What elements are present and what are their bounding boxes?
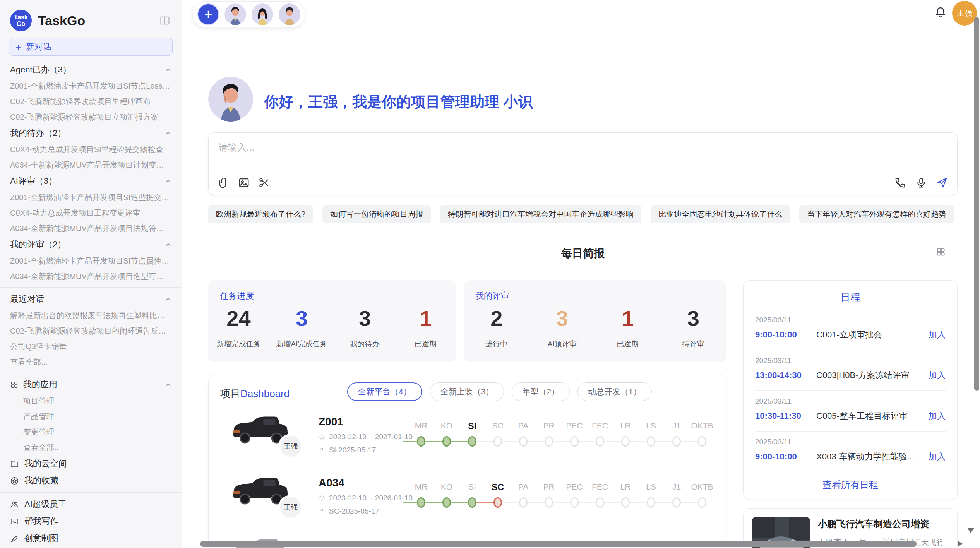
milestone-dot-ls[interactable] bbox=[647, 436, 655, 447]
recent-chat-item[interactable]: C02-飞腾新能源轻客改款项目的闭环通告反馈情况 bbox=[0, 323, 182, 339]
notifications-bell-icon[interactable] bbox=[934, 6, 947, 19]
screenshot-scissors-icon[interactable] bbox=[258, 177, 270, 188]
chevron-up-icon[interactable] bbox=[165, 68, 171, 72]
milestone-dot-j1[interactable] bbox=[672, 497, 681, 508]
voice-call-icon[interactable] bbox=[894, 177, 906, 188]
tab-powertrain-dev[interactable]: 动总开发（1） bbox=[577, 382, 652, 401]
sidebar-item-cloud-space[interactable]: 我的云空间 bbox=[0, 455, 182, 472]
sidebar-item[interactable]: A034-全新新能源MUV产品开发项目造型可行性评审 bbox=[0, 269, 182, 284]
milestone-dot-oktb[interactable] bbox=[698, 497, 706, 508]
sidebar-item[interactable]: A034-全新新能源MUV产品开发项目计划变更表编写 bbox=[0, 157, 182, 173]
sidebar-item[interactable]: C0X4-动力总成开发项目SI里程碑提交物检查 bbox=[0, 142, 182, 157]
tab-new-platform[interactable]: 全新平台（4） bbox=[347, 382, 422, 401]
user-avatar[interactable]: 王强 bbox=[952, 1, 977, 26]
milestone-dot-pa[interactable] bbox=[519, 497, 528, 508]
layout-toggle-icon[interactable] bbox=[936, 247, 947, 258]
new-chat-button[interactable]: + 新对话 bbox=[9, 38, 173, 56]
suggestion-chip[interactable]: 比亚迪全固态电池计划具体说了什么 bbox=[651, 205, 790, 223]
project-flag-text: SI-2025-05-17 bbox=[329, 446, 376, 454]
composer-right-tools bbox=[894, 177, 948, 188]
milestone-dot-pec[interactable] bbox=[570, 436, 579, 447]
join-meeting-link[interactable]: 加入 bbox=[929, 329, 946, 341]
chevron-up-icon[interactable] bbox=[165, 297, 171, 301]
chat-input[interactable] bbox=[219, 140, 799, 155]
vertical-scrollbar[interactable] bbox=[974, 17, 979, 391]
recent-chat-item[interactable]: 解释最新出台的欧盟报废车法规再生塑料比例被调至15%... bbox=[0, 308, 182, 323]
add-assistant-button[interactable]: + bbox=[197, 3, 219, 25]
tab-model-year[interactable]: 年型（2） bbox=[512, 382, 570, 401]
join-meeting-link[interactable]: 加入 bbox=[929, 451, 946, 462]
attach-file-icon[interactable] bbox=[218, 177, 230, 188]
milestone-dot-pr[interactable] bbox=[545, 436, 553, 447]
milestone-dot-pr[interactable] bbox=[545, 497, 553, 508]
sidebar-item-favorites[interactable]: 我的收藏 bbox=[0, 472, 182, 489]
sidebar-item[interactable]: C02-飞腾新能源轻客改款项目立项汇报方案 bbox=[0, 109, 182, 125]
scroll-down-arrow[interactable] bbox=[967, 528, 974, 533]
sidebar-item[interactable]: Z001-全新燃油皮卡产品开发项目SI节点Lesson Learn报告 bbox=[0, 78, 182, 94]
milestone-dot-si[interactable] bbox=[468, 497, 476, 508]
project-code[interactable]: Z001 bbox=[319, 416, 343, 428]
milestone-label-pa: PA bbox=[511, 421, 536, 432]
horizontal-scrollbar[interactable] bbox=[200, 541, 917, 547]
sidebar-item[interactable]: Z001-全新燃油轻卡产品开发项目SI造型提交物评审 bbox=[0, 190, 182, 205]
project-vehicle-image bbox=[230, 411, 290, 445]
milestone-dot-sc[interactable] bbox=[493, 497, 502, 508]
microphone-icon[interactable] bbox=[915, 177, 927, 188]
milestone-dot-fec[interactable] bbox=[596, 436, 604, 447]
dashboard-title-en: Dashboard bbox=[240, 388, 290, 399]
milestone-dot-pa[interactable] bbox=[519, 436, 528, 447]
milestone-dot-mr[interactable] bbox=[417, 436, 425, 447]
suggestion-chip[interactable]: 当下年轻人对汽车外观有怎样的喜好趋势 bbox=[799, 205, 954, 223]
chevron-up-icon[interactable] bbox=[165, 131, 171, 135]
sidebar-item[interactable]: A034-全新新能源MUV产品开发项目法规符合性评审 bbox=[0, 221, 182, 236]
app-item-project-mgmt[interactable]: 项目管理 bbox=[0, 393, 182, 409]
tab-new-body[interactable]: 全新上装（3） bbox=[430, 382, 504, 401]
insert-image-icon[interactable] bbox=[238, 177, 250, 188]
chevron-up-icon[interactable] bbox=[165, 179, 171, 183]
join-meeting-link[interactable]: 加入 bbox=[929, 410, 946, 422]
apps-grid-icon bbox=[10, 380, 19, 389]
sidebar-collapse-button[interactable] bbox=[158, 14, 171, 27]
assistant-avatar[interactable] bbox=[224, 3, 246, 25]
my-review-card: 我的评审 2 进行中 3 AI预评审 1 已逾期 3 待评审 bbox=[464, 280, 726, 362]
milestone-dot-fec[interactable] bbox=[596, 497, 604, 508]
milestone-dot-mr[interactable] bbox=[417, 497, 425, 508]
view-all-schedule-link[interactable]: 查看所有日程 bbox=[744, 479, 957, 491]
milestone-dot-ko[interactable] bbox=[442, 497, 451, 508]
view-all-chats[interactable]: 查看全部... bbox=[0, 354, 182, 370]
milestone-dot-ls[interactable] bbox=[647, 497, 655, 508]
milestone-dot-lr[interactable] bbox=[621, 497, 630, 508]
view-all-apps[interactable]: 查看全部.. bbox=[0, 440, 182, 455]
sidebar-item-help-me-write[interactable]: 帮我写作 bbox=[0, 513, 182, 530]
app-item-change-mgmt[interactable]: 变更管理 bbox=[0, 424, 182, 440]
chevron-up-icon[interactable] bbox=[165, 383, 171, 387]
milestone-label-ls: LS bbox=[638, 421, 664, 432]
chevron-up-icon[interactable] bbox=[165, 243, 171, 247]
milestone-dot-ko[interactable] bbox=[442, 436, 451, 447]
milestone-dot-sc[interactable] bbox=[493, 436, 502, 447]
milestone-label-sc: SC bbox=[485, 482, 511, 493]
suggestion-chip[interactable]: 如何写一份清晰的项目周报 bbox=[322, 205, 431, 223]
sidebar-item[interactable]: C02-飞腾新能源轻客改款项目里程碑画布 bbox=[0, 94, 182, 109]
schedule-time: 13:00-14:30 bbox=[755, 370, 816, 380]
suggestion-chip[interactable]: 欧洲新规最近颁布了什么? bbox=[208, 205, 313, 223]
assistant-avatar[interactable] bbox=[252, 3, 273, 25]
milestone-dot-j1[interactable] bbox=[672, 436, 681, 447]
sidebar-item-ai-super-staff[interactable]: AI超级员工 bbox=[0, 496, 182, 513]
sidebar-item-creative-drawing[interactable]: 创意制图 bbox=[0, 530, 182, 547]
milestone-dot-pec[interactable] bbox=[570, 497, 579, 508]
join-meeting-link[interactable]: 加入 bbox=[929, 370, 946, 381]
sidebar-item[interactable]: Z001-全新燃油轻卡产品开发项目SI节点属性5D文件评审 bbox=[0, 253, 182, 269]
send-icon[interactable] bbox=[936, 177, 948, 188]
assistant-avatar[interactable] bbox=[279, 3, 300, 25]
app-item-product-mgmt[interactable]: 产品管理 bbox=[0, 409, 182, 424]
milestone-dot-si[interactable] bbox=[468, 436, 476, 447]
milestone-dot-lr[interactable] bbox=[621, 436, 630, 447]
recent-chat-item[interactable]: 公司Q3轻卡销量 bbox=[0, 339, 182, 354]
suggestion-chip[interactable]: 特朗普可能对进口汽车增税会对中国车企造成哪些影响 bbox=[440, 205, 641, 223]
project-code[interactable]: A034 bbox=[319, 477, 344, 489]
milestone-label-pec: PEC bbox=[562, 482, 587, 493]
milestone-dot-oktb[interactable] bbox=[698, 436, 706, 447]
sidebar-item[interactable]: C0X4-动力总成开发项目工程变更评审 bbox=[0, 205, 182, 221]
scroll-right-arrow[interactable] bbox=[958, 541, 963, 547]
